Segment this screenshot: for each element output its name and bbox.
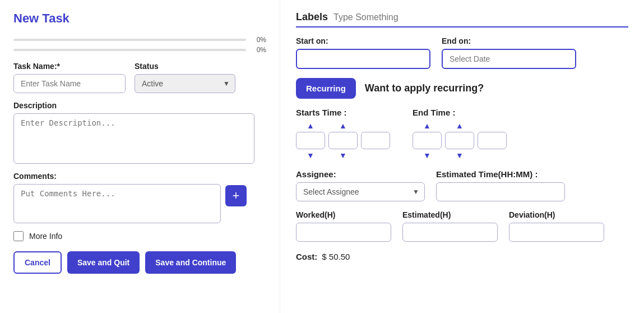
task-name-input[interactable] <box>13 74 126 93</box>
cost-label: Cost: <box>296 252 317 261</box>
end-ampm-input[interactable]: PM <box>478 132 507 149</box>
assignee-select-wrapper: Select Assignee ▼ <box>296 182 425 201</box>
starts-hour-up-button[interactable]: ▲ <box>304 121 317 131</box>
task-status-row: Task Name:* Status Active Inactive Pendi… <box>13 62 266 93</box>
cancel-button[interactable]: Cancel <box>13 251 62 274</box>
progress-label-2: 0% <box>251 46 266 54</box>
comments-row: + <box>13 184 266 223</box>
starts-hour-down-button[interactable]: ▼ <box>304 150 317 160</box>
starts-min-input[interactable]: 20 <box>328 132 358 149</box>
progress-track-2 <box>13 49 246 51</box>
progress-label-1: 0% <box>251 36 266 44</box>
worked-estimated-deviation-row: Worked(H) 0 Estimated(H) 0 Deviation(H) … <box>296 210 628 242</box>
worked-group: Worked(H) 0 <box>296 210 391 242</box>
starts-min-spinner: ▲ 20 ▼ <box>328 121 358 160</box>
assignee-group: Assignee: Select Assignee ▼ <box>296 169 425 201</box>
start-on-group: Start on: 2024-05-10 <box>296 36 430 69</box>
comments-group: Comments: + <box>13 172 266 223</box>
starts-hour-spinner: ▲ 04 ▼ <box>296 121 325 160</box>
end-hour-input[interactable]: 04 <box>413 132 442 149</box>
cost-row: Cost: $ 50.50 <box>296 252 628 261</box>
starts-time-controls: ▲ 04 ▼ ▲ 20 ▼ PM <box>296 121 390 160</box>
end-hour-down-button[interactable]: ▼ <box>421 150 433 160</box>
starts-ampm-input[interactable]: PM <box>361 132 390 149</box>
assignee-estimated-row: Assignee: Select Assignee ▼ Estimated Ti… <box>296 169 628 201</box>
starts-min-up-button[interactable]: ▲ <box>337 121 349 131</box>
start-on-label: Start on: <box>296 36 430 45</box>
estimated-time-input[interactable]: 00:00 <box>436 182 565 201</box>
deviation-label: Deviation(H) <box>509 210 604 219</box>
right-panel: Labels Start on: 2024-05-10 End on: Recu… <box>280 0 644 313</box>
progress-row-1: 0% <box>13 36 266 44</box>
recurring-question: Want to apply recurring? <box>365 82 484 94</box>
end-on-group: End on: <box>442 36 576 69</box>
cost-value: $ 50.50 <box>322 252 350 261</box>
more-info-row: More Info <box>13 231 266 241</box>
time-section: Starts Time : ▲ 04 ▼ ▲ 20 ▼ PM End Time … <box>296 108 628 160</box>
start-on-input[interactable]: 2024-05-10 <box>296 49 430 69</box>
end-on-input[interactable] <box>442 49 576 69</box>
starts-time-group: Starts Time : ▲ 04 ▼ ▲ 20 ▼ PM <box>296 108 390 160</box>
add-comment-button[interactable]: + <box>225 185 247 206</box>
end-hour-up-button[interactable]: ▲ <box>421 121 433 131</box>
status-select[interactable]: Active Inactive Pending <box>135 74 235 93</box>
deviation-input[interactable]: 0 <box>509 223 604 242</box>
assignee-label: Assignee: <box>296 169 425 179</box>
estimated-h-label: Estimated(H) <box>402 210 498 219</box>
estimated-h-input[interactable]: 0 <box>402 223 498 242</box>
labels-title: Labels <box>296 11 328 23</box>
description-label: Description <box>13 101 266 110</box>
recurring-button[interactable]: Recurring <box>296 78 356 99</box>
worked-input[interactable]: 0 <box>296 223 391 242</box>
recurring-row: Recurring Want to apply recurring? <box>296 78 628 99</box>
progress-track-1 <box>13 39 246 41</box>
end-time-controls: ▲ 04 ▼ ▲ 20 ▼ PM <box>413 121 507 160</box>
end-on-label: End on: <box>442 36 576 45</box>
page-title: New Task <box>13 11 266 26</box>
end-time-label: End Time : <box>413 108 507 117</box>
save-continue-button[interactable]: Save and Continue <box>145 251 236 274</box>
end-time-group: End Time : ▲ 04 ▼ ▲ 20 ▼ PM <box>413 108 507 160</box>
starts-hour-input[interactable]: 04 <box>296 132 325 149</box>
status-group: Status Active Inactive Pending ▼ <box>135 62 235 93</box>
description-group: Description <box>13 101 266 164</box>
comments-textarea[interactable] <box>13 184 221 223</box>
status-label: Status <box>135 62 235 71</box>
bottom-buttons: Cancel Save and Quit Save and Continue <box>13 251 266 274</box>
worked-label: Worked(H) <box>296 210 391 219</box>
task-name-group: Task Name:* <box>13 62 126 93</box>
comments-label: Comments: <box>13 172 266 181</box>
end-min-down-button[interactable]: ▼ <box>453 150 466 160</box>
end-min-up-button[interactable]: ▲ <box>453 121 466 131</box>
labels-input[interactable] <box>333 12 628 22</box>
task-name-label: Task Name:* <box>13 62 126 71</box>
end-min-spinner: ▲ 20 ▼ <box>445 121 474 160</box>
description-textarea[interactable] <box>13 113 254 164</box>
end-hour-spinner: ▲ 04 ▼ <box>413 121 442 160</box>
progress-bar-container: 0% 0% <box>13 36 266 54</box>
assignee-select[interactable]: Select Assignee <box>296 182 425 201</box>
estimated-h-group: Estimated(H) 0 <box>402 210 498 242</box>
deviation-group: Deviation(H) 0 <box>509 210 604 242</box>
estimated-time-label: Estimated Time(HH:MM) : <box>436 169 565 179</box>
save-quit-button[interactable]: Save and Quit <box>67 251 140 274</box>
left-panel: New Task 0% 0% Task Name:* Status Active <box>0 0 280 313</box>
starts-time-label: Starts Time : <box>296 108 390 117</box>
date-row: Start on: 2024-05-10 End on: <box>296 36 628 69</box>
starts-min-down-button[interactable]: ▼ <box>337 150 349 160</box>
more-info-checkbox[interactable] <box>13 231 24 241</box>
more-info-label: More Info <box>29 232 62 241</box>
estimated-time-group: Estimated Time(HH:MM) : 00:00 <box>436 169 565 201</box>
status-select-wrapper: Active Inactive Pending ▼ <box>135 74 235 93</box>
labels-row: Labels <box>296 11 628 27</box>
progress-row-2: 0% <box>13 46 266 54</box>
end-min-input[interactable]: 20 <box>445 132 474 149</box>
